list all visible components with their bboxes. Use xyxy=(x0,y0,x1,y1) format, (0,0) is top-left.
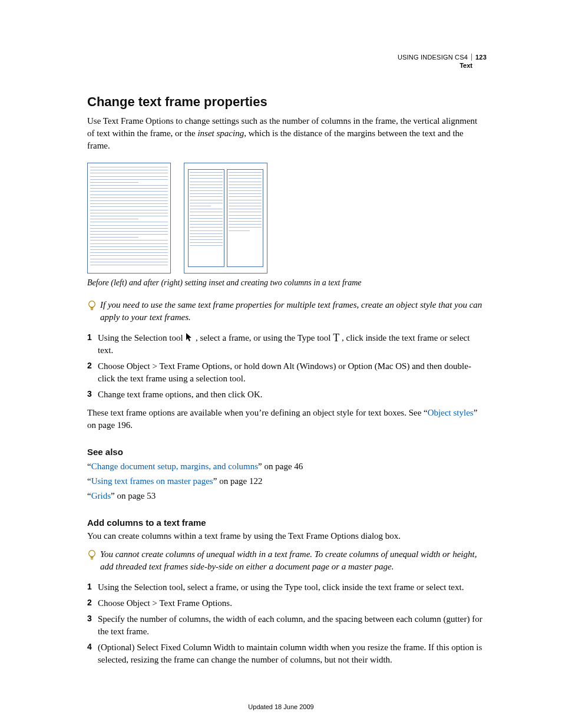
step-number: 2 xyxy=(87,597,98,610)
step-3: 3 Specify the number of columns, the wid… xyxy=(87,613,487,638)
intro-paragraph: Use Text Frame Options to change setting… xyxy=(87,115,487,152)
link-using-text-frames-master[interactable]: Using text frames on master pages xyxy=(91,476,213,486)
figure-column-2 xyxy=(227,169,263,267)
link-change-document-setup[interactable]: Change document setup, margins, and colu… xyxy=(91,462,258,471)
filler-text-block xyxy=(89,167,169,265)
tip-text: If you need to use the same text frame p… xyxy=(100,299,487,324)
steps-list-1: 1 Using the Selection tool , select a fr… xyxy=(87,332,487,401)
tip-text: You cannot create columns of unequal wid… xyxy=(100,548,487,573)
tip-2: You cannot create columns of unequal wid… xyxy=(87,548,487,573)
svg-point-0 xyxy=(89,301,95,308)
step-1: 1 Using the Selection tool, select a fra… xyxy=(87,581,487,594)
type-tool-icon: T xyxy=(333,332,339,343)
link-object-styles[interactable]: Object styles xyxy=(428,408,474,417)
figure-before-after xyxy=(87,163,487,274)
heading-add-columns: Add columns to a text frame xyxy=(87,516,487,529)
step-number: 1 xyxy=(87,581,98,594)
page-footer: Updated 18 June 2009 xyxy=(0,703,562,711)
term-inset-spacing: inset spacing xyxy=(197,129,244,138)
step-number: 4 xyxy=(87,641,98,666)
see-also-list: “Change document setup, margins, and col… xyxy=(87,460,487,502)
svg-point-1 xyxy=(89,551,95,557)
step-number: 2 xyxy=(87,360,98,385)
figure-column-1 xyxy=(188,169,224,267)
paragraph: These text frame options are available w… xyxy=(87,407,487,431)
page-number: 123 xyxy=(471,54,487,61)
selection-tool-icon xyxy=(185,332,193,342)
header-title: USING INDESIGN CS4 xyxy=(398,54,468,61)
document-page: USING INDESIGN CS4123 Text Change text f… xyxy=(0,0,562,728)
step-2: 2 Choose Object > Text Frame Options. xyxy=(87,597,487,610)
lightbulb-icon xyxy=(87,549,98,565)
step-2: 2 Choose Object > Text Frame Options, or… xyxy=(87,360,487,385)
heading-see-also: See also xyxy=(87,446,487,458)
lightbulb-icon xyxy=(87,300,98,315)
step-number: 3 xyxy=(87,388,98,401)
link-grids[interactable]: Grids xyxy=(91,491,111,500)
step-1: 1 Using the Selection tool , select a fr… xyxy=(87,332,487,357)
figure-frame-after xyxy=(184,163,267,274)
paragraph: You can create columns within a text fra… xyxy=(87,530,487,542)
steps-list-2: 1 Using the Selection tool, select a fra… xyxy=(87,581,487,666)
step-4: 4 (Optional) Select Fixed Column Width t… xyxy=(87,641,487,666)
figure-frame-before xyxy=(87,163,171,274)
tip-1: If you need to use the same text frame p… xyxy=(87,299,487,324)
step-number: 1 xyxy=(87,332,98,357)
page-header: USING INDESIGN CS4123 Text xyxy=(398,53,487,70)
heading-1: Change text frame properties xyxy=(87,93,487,111)
step-number: 3 xyxy=(87,613,98,638)
figure-caption: Before (left) and after (right) setting … xyxy=(87,277,487,289)
step-3: 3 Change text frame options, and then cl… xyxy=(87,388,487,401)
header-section: Text xyxy=(398,61,487,70)
